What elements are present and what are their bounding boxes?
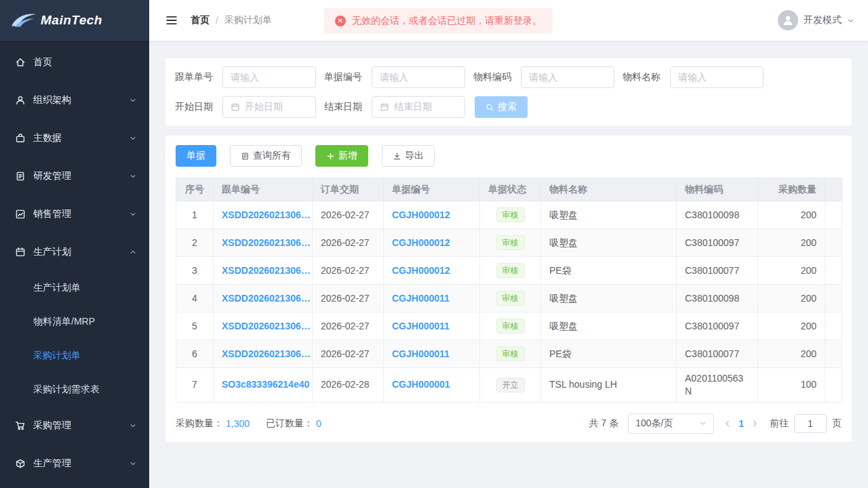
sidebar-item-label: 生产计划单: [33, 282, 81, 294]
sidebar-item-production-plan[interactable]: 生产计划: [0, 233, 149, 271]
filter-field-label: 物料名称: [623, 71, 661, 83]
doc-no-link[interactable]: CGJH000011: [384, 340, 480, 368]
add-button[interactable]: 新增: [315, 145, 368, 167]
sidebar-item-rd-management[interactable]: 研发管理: [0, 157, 149, 195]
export-button[interactable]: 导出: [382, 145, 435, 167]
sidebar-item-label: 研发管理: [33, 170, 129, 182]
sidebar-item-production-plan-order[interactable]: 生产计划单: [0, 271, 149, 305]
material-name-input[interactable]: [670, 66, 764, 88]
doc-no-link[interactable]: CGJH000011: [384, 285, 480, 312]
start-date-input[interactable]: 开始日期: [222, 96, 316, 118]
briefcase-icon: [15, 133, 26, 144]
logo-text: MainTech: [41, 13, 102, 28]
doc-no-link[interactable]: CGJH000001: [384, 368, 480, 403]
chevron-down-icon: [129, 460, 137, 468]
purchase-qty: 200: [758, 201, 825, 229]
delivery-date: 2026-02-28: [313, 368, 384, 403]
sidebar-item-home[interactable]: 首页: [0, 43, 149, 81]
hamburger-menu-icon[interactable]: [165, 14, 178, 26]
query-all-button[interactable]: 查询所有: [230, 145, 302, 167]
sidebar-item-sales-management[interactable]: 销售管理: [0, 195, 149, 233]
purchase-qty-label: 采购数量：: [176, 418, 223, 430]
calendar-icon: [15, 247, 26, 258]
order-no-link[interactable]: XSDD2026021306…: [214, 229, 313, 257]
row-index: 6: [176, 340, 214, 368]
purchase-qty: 200: [758, 340, 825, 368]
user-menu[interactable]: 开发模式: [778, 10, 854, 30]
sidebar-item-label: 采购计划单: [33, 350, 81, 362]
end-date-input[interactable]: 结束日期: [372, 96, 465, 118]
breadcrumb-home[interactable]: 首页: [191, 14, 210, 26]
error-icon: ✕: [335, 16, 346, 26]
goto-page-input[interactable]: [794, 414, 827, 433]
row-index: 1: [176, 201, 214, 229]
filter-field-material-name: 物料名称: [623, 66, 764, 88]
sidebar-item-production-management[interactable]: 生产管理: [0, 445, 149, 483]
page-number[interactable]: 1: [732, 418, 751, 429]
empty-cell: [825, 312, 842, 340]
doc-no-link[interactable]: CGJH000012: [384, 201, 480, 229]
sidebar-menu: 首页组织架构主数据研发管理销售管理生产计划生产计划单物料清单/MRP采购计划单采…: [0, 41, 149, 483]
chevron-down-icon: [129, 422, 137, 430]
doc-no-link[interactable]: CGJH000012: [384, 257, 480, 285]
sidebar-item-label: 首页: [33, 56, 137, 68]
sidebar-item-purchase-management[interactable]: 采购管理: [0, 407, 149, 445]
purchase-qty: 200: [758, 312, 825, 340]
toolbar: 单据 查询所有 新增: [176, 145, 842, 167]
status-cell: 审核: [480, 201, 541, 229]
material-code-input[interactable]: [521, 66, 614, 88]
delivery-date: 2026-02-27: [313, 257, 384, 285]
chevron-down-icon: [129, 134, 137, 142]
ordered-qty-value: 0: [316, 418, 321, 429]
order-no-link[interactable]: XSDD2026021306…: [214, 312, 313, 340]
filter-field-label: 单据编号: [324, 71, 363, 83]
sidebar-item-purchase-plan-demand[interactable]: 采购计划需求表: [0, 373, 149, 407]
column-header: 物料编码: [677, 178, 758, 201]
ordered-qty-label: 已订数量：: [266, 418, 313, 430]
breadcrumb-separator: /: [216, 15, 218, 26]
user-mode-label: 开发模式: [804, 14, 842, 26]
material-name: PE袋: [541, 257, 677, 285]
status-tag: 审核: [496, 235, 525, 250]
sidebar-item-organization[interactable]: 组织架构: [0, 81, 149, 119]
doc-no-link[interactable]: CGJH000012: [384, 229, 480, 257]
doc-button[interactable]: 单据: [176, 145, 216, 167]
column-header: 单据编号: [384, 178, 480, 201]
sidebar-item-bom-mrp[interactable]: 物料清单/MRP: [0, 305, 149, 339]
filter-field-end-date: 结束日期结束日期: [324, 96, 465, 118]
order-no-link[interactable]: XSDD2026021306…: [214, 257, 313, 285]
status-cell: 审核: [480, 257, 541, 285]
export-button-label: 导出: [405, 150, 424, 162]
filter-field-label: 跟单单号: [175, 71, 214, 83]
status-cell: 审核: [480, 340, 541, 368]
search-icon: [486, 103, 494, 112]
order-no-link[interactable]: SO3c833396214e40: [214, 368, 313, 403]
doc-no-link[interactable]: CGJH000011: [384, 312, 480, 340]
row-index: 2: [176, 229, 214, 257]
filter-field-label: 结束日期: [324, 101, 363, 113]
page-size-select[interactable]: 100条/页: [628, 413, 714, 434]
content: 跟单单号单据编号物料编码物料名称 开始日期开始日期结束日期结束日期搜索 单据 查…: [149, 41, 868, 488]
sidebar-item-master-data[interactable]: 主数据: [0, 119, 149, 157]
prev-page-button[interactable]: [724, 420, 732, 428]
order-no-link[interactable]: XSDD2026021306…: [214, 340, 313, 368]
status-tag: 审核: [496, 346, 525, 361]
doc-no-input[interactable]: [372, 66, 465, 88]
search-button[interactable]: 搜索: [475, 96, 528, 118]
empty-cell: [825, 368, 842, 403]
table-row: 3XSDD2026021306…2026-02-27CGJH000012审核PE…: [176, 257, 842, 285]
order-no-input[interactable]: [222, 66, 316, 88]
filter-field-doc-no: 单据编号: [324, 66, 465, 88]
material-name: 吸塑盘: [541, 201, 677, 229]
order-no-link[interactable]: XSDD2026021306…: [214, 201, 313, 229]
add-button-label: 新增: [338, 150, 357, 162]
next-page-button[interactable]: [751, 420, 759, 428]
purchase-qty: 200: [758, 257, 825, 285]
table-row: 2XSDD2026021306…2026-02-27CGJH000012审核吸塑…: [176, 229, 842, 257]
sidebar-item-purchase-plan-order[interactable]: 采购计划单: [0, 339, 149, 373]
material-code: C380100077: [677, 257, 758, 285]
row-index: 7: [176, 368, 214, 403]
sidebar: MainTech 首页组织架构主数据研发管理销售管理生产计划生产计划单物料清单/…: [0, 0, 149, 488]
order-no-link[interactable]: XSDD2026021306…: [214, 285, 313, 312]
avatar: [778, 10, 798, 30]
